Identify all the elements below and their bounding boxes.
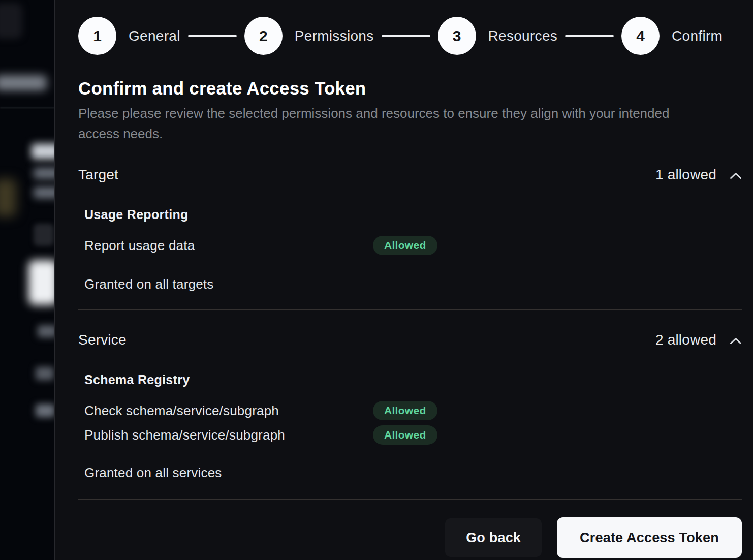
status-badge: Allowed <box>373 236 437 255</box>
granted-note: Granted on all targets <box>84 276 742 292</box>
chevron-up-icon[interactable] <box>730 335 742 345</box>
step-connector <box>565 35 614 37</box>
section-title: Target <box>78 166 118 183</box>
granted-note: Granted on all services <box>84 464 742 481</box>
blurred-app-logo <box>0 3 22 39</box>
create-access-token-modal: 1 General 2 Permissions 3 Resources 4 Co… <box>54 0 753 560</box>
permission-rows: Check schema/service/subgraph Allowed Pu… <box>78 401 742 445</box>
blurred-icon-tile <box>34 224 54 246</box>
modal-description: Please please review the selected permis… <box>78 103 703 144</box>
blurred-page-text-2 <box>34 187 54 198</box>
permission-row: Report usage data Allowed <box>84 236 742 255</box>
wizard-stepper: 1 General 2 Permissions 3 Resources 4 Co… <box>78 17 742 55</box>
status-badge: Allowed <box>373 401 437 420</box>
section-title: Service <box>78 331 127 349</box>
step-permissions[interactable]: 2 Permissions <box>244 17 374 55</box>
blurred-white-card <box>28 260 54 305</box>
step-confirm[interactable]: 4 Confirm <box>621 17 723 55</box>
permission-label: Report usage data <box>84 238 373 254</box>
permission-row: Check schema/service/subgraph Allowed <box>84 401 742 420</box>
service-section: Service 2 allowed Schema Registry Check … <box>78 331 742 500</box>
blurred-page-text-1 <box>34 168 54 179</box>
permission-label: Check schema/service/subgraph <box>84 403 373 419</box>
blurred-accent-block <box>0 179 16 216</box>
step-label: Permissions <box>295 28 374 44</box>
divider <box>78 499 742 500</box>
section-header-right: 2 allowed <box>655 332 742 348</box>
service-section-header[interactable]: Service 2 allowed <box>78 331 742 349</box>
blurred-nav-text <box>0 75 47 90</box>
blurred-background <box>0 0 54 560</box>
chevron-up-icon[interactable] <box>730 170 742 179</box>
step-number-badge: 1 <box>78 17 116 55</box>
blurred-list-item-2 <box>36 367 54 380</box>
step-number-badge: 4 <box>621 17 660 55</box>
permission-rows: Report usage data Allowed <box>78 236 742 255</box>
step-number-badge: 3 <box>438 17 476 55</box>
status-badge: Allowed <box>373 425 437 445</box>
allowed-count: 2 allowed <box>655 332 716 348</box>
step-connector <box>382 35 430 37</box>
divider <box>78 309 742 310</box>
blurred-page-heading <box>32 144 54 159</box>
go-back-button[interactable]: Go back <box>445 518 542 557</box>
step-label: Confirm <box>672 28 723 44</box>
section-header-right: 1 allowed <box>655 167 742 183</box>
target-section: Target 1 allowed Usage Reporting Report … <box>78 166 742 310</box>
step-general[interactable]: 1 General <box>78 17 180 55</box>
blurred-divider <box>0 107 54 108</box>
step-resources[interactable]: 3 Resources <box>438 17 558 55</box>
blurred-list-item-1 <box>38 325 54 337</box>
allowed-count: 1 allowed <box>655 167 716 183</box>
permission-label: Publish schema/service/subgraph <box>84 427 373 443</box>
step-label: Resources <box>488 28 558 44</box>
permission-group-title: Usage Reporting <box>84 207 742 222</box>
modal-footer: Go back Create Access Token <box>78 517 742 558</box>
step-connector <box>188 35 237 37</box>
permission-row: Publish schema/service/subgraph Allowed <box>84 425 742 445</box>
modal-title: Confirm and create Access Token <box>78 78 742 99</box>
create-access-token-button[interactable]: Create Access Token <box>557 517 742 558</box>
target-section-header[interactable]: Target 1 allowed <box>78 166 742 183</box>
step-number-badge: 2 <box>244 17 283 55</box>
step-label: General <box>129 28 180 44</box>
blurred-list-item-3 <box>36 404 54 417</box>
permission-group-title: Schema Registry <box>84 372 742 387</box>
